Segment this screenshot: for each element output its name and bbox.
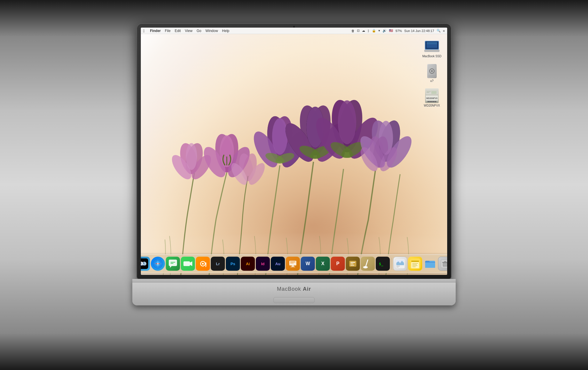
dock-files-icon[interactable]	[423, 257, 437, 271]
svg-rect-115	[412, 264, 417, 265]
macbook-ssd-icon	[424, 40, 440, 53]
menu-help[interactable]: Help	[222, 29, 229, 33]
lock-icon: 🔒	[372, 29, 376, 33]
dock-quill-icon[interactable]	[196, 257, 210, 271]
desktop-icon-macbook-ssd[interactable]: MacBook SSD	[420, 39, 444, 58]
svg-rect-112	[411, 261, 419, 262]
menu-view[interactable]: View	[185, 29, 193, 33]
laptop-label: MacBook Air	[277, 286, 311, 292]
dock-powerpoint-icon[interactable]: P	[331, 257, 345, 271]
svg-text:WD20NPVX: WD20NPVX	[426, 97, 438, 99]
dock-broom-icon[interactable]	[361, 257, 375, 271]
dock-safari-icon[interactable]	[151, 257, 165, 271]
vent-right	[394, 301, 403, 302]
wallpaper	[141, 28, 447, 275]
dock-indesign-icon[interactable]: Id	[256, 257, 270, 271]
svg-rect-54	[427, 42, 437, 44]
svg-rect-96	[290, 263, 294, 263]
desktop-icon-wd-label: WD20NPVX	[424, 104, 440, 107]
dropbox-icon: ☁	[362, 29, 365, 33]
svg-rect-88	[171, 262, 175, 263]
dock-stuffit-icon[interactable]	[346, 257, 360, 271]
svg-rect-101	[350, 263, 353, 264]
screen: MacBook SSD	[141, 28, 447, 275]
menu-go[interactable]: Go	[197, 29, 201, 33]
trackpad[interactable]	[273, 297, 315, 303]
svg-rect-73	[435, 101, 436, 102]
dock-preview-icon[interactable]	[393, 257, 407, 271]
dock-word-icon[interactable]: W	[301, 257, 315, 271]
vent-left	[185, 301, 194, 302]
menu-file[interactable]: File	[165, 29, 171, 33]
trash-status-icon: 🗑	[351, 29, 355, 33]
svg-point-104	[363, 266, 368, 268]
svg-rect-114	[412, 263, 418, 264]
screenshot-icon: ⊡	[357, 29, 360, 33]
dock-keynote-icon[interactable]	[286, 257, 300, 271]
dock-separator	[391, 258, 392, 270]
desktop-icon-hdd[interactable]: u?	[420, 64, 444, 83]
svg-rect-110	[396, 267, 399, 268]
svg-rect-69	[428, 101, 429, 102]
desktop-icon-macbook-ssd-label: MacBook SSD	[422, 55, 441, 58]
volume-icon: 🔊	[382, 29, 387, 33]
desktop-icon-wd[interactable]: WD20NPVX WD20NPVX	[420, 89, 444, 107]
dock-terminal-icon[interactable]: $_	[376, 257, 390, 271]
desktop-icons: MacBook SSD	[420, 39, 444, 107]
svg-point-80	[143, 263, 144, 264]
svg-rect-90	[183, 261, 190, 266]
svg-point-5	[186, 143, 197, 170]
dock-audition-icon[interactable]: Au	[271, 257, 285, 271]
svg-point-59	[431, 70, 433, 72]
svg-rect-72	[433, 101, 434, 102]
menu-finder[interactable]: Finder	[150, 29, 161, 33]
dock-lightroom-icon[interactable]: Lr	[211, 257, 225, 271]
svg-rect-121	[442, 262, 447, 263]
menubar:  Finder File Edit View Go Window Help 🗑…	[141, 28, 447, 34]
laptop-hinge	[132, 279, 456, 282]
svg-rect-55	[424, 50, 440, 52]
svg-point-87	[157, 263, 158, 264]
menu-extras-icon[interactable]: ≡	[443, 29, 445, 33]
dock-photoshop-icon[interactable]: Ps	[226, 257, 240, 271]
hdd-icon	[427, 63, 437, 79]
dock-notes-icon[interactable]	[408, 257, 422, 271]
battery-status: 97%	[395, 29, 402, 33]
svg-rect-60	[428, 76, 435, 76]
menu-edit[interactable]: Edit	[175, 29, 181, 33]
laptop-brand: MacBook	[277, 286, 301, 292]
dock-illustrator-icon[interactable]: Ai	[241, 257, 255, 271]
dock: Lr Ps Ai Id Au	[141, 254, 447, 273]
dock-excel-icon[interactable]: X	[316, 257, 330, 271]
svg-rect-102	[350, 265, 354, 266]
laptop-base: MacBook Air	[132, 279, 456, 305]
datetime-status: Sun 14 Jun 22:48:17	[404, 29, 434, 33]
svg-rect-65	[431, 91, 437, 94]
svg-rect-98	[290, 267, 295, 267]
svg-marker-91	[190, 261, 192, 266]
dock-trash-icon[interactable]	[438, 257, 447, 271]
laptop-model: Air	[303, 286, 311, 292]
dock-messages-icon[interactable]	[166, 257, 180, 271]
apple-menu[interactable]: 	[143, 28, 145, 33]
flag-icon: 🇺🇸	[389, 29, 393, 33]
wifi-icon: ▾	[378, 29, 380, 33]
menu-window[interactable]: Window	[206, 29, 218, 33]
bluetooth-icon: ᛒ	[368, 29, 370, 33]
dock-facetime-icon[interactable]	[181, 257, 195, 271]
svg-rect-89	[171, 263, 173, 264]
svg-rect-71	[431, 101, 432, 102]
svg-point-17	[272, 118, 288, 155]
search-icon[interactable]: 🔍	[437, 29, 441, 33]
laptop: MacBook SSD	[135, 23, 453, 347]
svg-rect-109	[396, 266, 400, 266]
svg-rect-122	[444, 261, 446, 262]
svg-rect-95	[290, 262, 295, 262]
svg-rect-97	[292, 265, 294, 267]
desktop-icon-hdd-label: u?	[430, 79, 433, 83]
svg-rect-100	[350, 262, 355, 263]
svg-point-93	[202, 263, 204, 265]
svg-rect-70	[430, 101, 431, 102]
dock-finder-icon[interactable]	[141, 257, 150, 271]
screen-bezel: MacBook SSD	[137, 23, 451, 279]
